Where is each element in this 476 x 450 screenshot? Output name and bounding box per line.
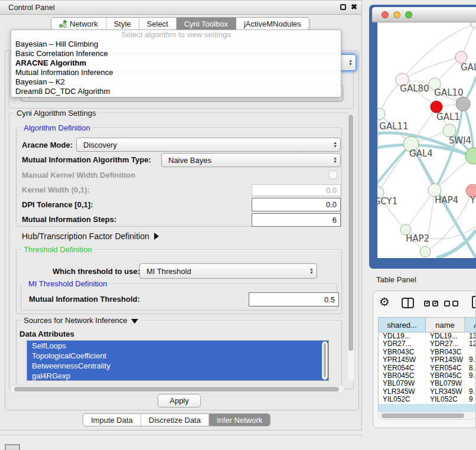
data-attributes-label: Data Attributes: [19, 330, 74, 338]
table-cell: YDR27...: [379, 340, 426, 348]
table-row[interactable]: YER054CYER054C8.: [379, 364, 476, 372]
threshold-definition-title: Threshold Definition: [21, 245, 94, 254]
attribute-item-selfloops[interactable]: SelfLoops: [27, 341, 328, 351]
aracne-mode-combobox[interactable]: Discovery ▲▼: [76, 138, 341, 152]
apply-button[interactable]: Apply: [158, 394, 201, 407]
table-row[interactable]: YBR045CYBR045C9.: [379, 372, 476, 380]
mi-steps-field[interactable]: 6: [252, 213, 341, 227]
attribute-item-gal4rgexp[interactable]: gal4RGexp: [27, 371, 328, 381]
close-traffic-light[interactable]: [382, 11, 389, 18]
mi-type-value: Naive Bayes: [168, 156, 211, 165]
network-node[interactable]: [456, 97, 470, 111]
mi-type-combobox[interactable]: Naive Bayes ▲▼: [161, 153, 341, 167]
table-horizontal-scrollbar[interactable]: [378, 412, 476, 420]
new-table-icon[interactable]: [472, 296, 476, 308]
attribute-list-scrollbar[interactable]: [322, 341, 328, 380]
mi-steps-label: Mutual Information Steps:: [22, 215, 116, 224]
node-label-hap2: HAP2: [406, 233, 429, 244]
node-label-gal1: GAL1: [436, 112, 460, 122]
tab-impute-data[interactable]: Impute Data: [83, 414, 141, 426]
table-row[interactable]: YPR145WYPR145W9.: [379, 356, 476, 364]
mi-threshold-value: 0.5: [324, 295, 335, 304]
tab-style[interactable]: Style: [106, 18, 139, 30]
columns-icon[interactable]: [402, 298, 414, 308]
network-edge[interactable]: [402, 57, 461, 80]
network-node[interactable]: [471, 22, 476, 28]
manual-kernel-checkbox[interactable]: [329, 171, 337, 179]
cyni-algorithm-settings-title: Cyni Algorithm Settings: [14, 109, 98, 118]
mi-type-label: Mutual Information Algorithm Type:: [22, 155, 151, 164]
close-panel-button[interactable]: ✖: [351, 2, 357, 11]
algorithm-option-basic-correlation-inference[interactable]: Basic Correlation Inference: [11, 49, 341, 58]
node-label-gal7: GAL7: [461, 62, 476, 73]
tab-infer-network[interactable]: Infer Network: [209, 414, 270, 426]
zoom-traffic-light[interactable]: [405, 11, 412, 18]
column-header-a[interactable]: A: [465, 318, 476, 332]
table-row[interactable]: YBR043CYBR043C: [379, 348, 476, 356]
algorithm-option-mutual-information-inference[interactable]: Mutual Information Inference: [11, 68, 341, 77]
table-cell: 9.: [465, 388, 476, 396]
table-cell: YIL052C: [426, 396, 465, 403]
table-cell: [465, 380, 476, 387]
tab-label: Infer Network: [217, 416, 262, 425]
node-label-gcy1: GCY1: [377, 196, 397, 207]
kernel-width-value: 0.0: [326, 186, 337, 195]
table-cell: YBR045C: [379, 372, 426, 380]
hub-definition-expander[interactable]: Hub/Transcription Factor Definition: [22, 231, 159, 241]
network-node[interactable]: [420, 246, 431, 257]
mi-threshold-field[interactable]: 0.5: [249, 292, 339, 306]
network-icon: [59, 20, 67, 28]
aracne-mode-label: Aracne Mode:: [22, 141, 73, 149]
table-cell: YPR145W: [426, 356, 465, 364]
table-row[interactable]: YDR27...YDR27...12: [379, 340, 476, 348]
data-attributes-list[interactable]: SelfLoopsTopologicalCoefficientBetweenne…: [27, 340, 329, 381]
settings-vertical-scrollbar[interactable]: [347, 112, 355, 382]
table-cell: YER054C: [426, 364, 465, 372]
tab-discretize-data[interactable]: Discretize Data: [141, 414, 209, 426]
algorithm-option-aracne-algorithm[interactable]: ARACNE Algorithm: [11, 58, 341, 68]
gear-icon[interactable]: ⚙: [379, 295, 390, 309]
attribute-item-topologicalcoefficient[interactable]: TopologicalCoefficient: [27, 351, 328, 361]
tab-jactivemnodules[interactable]: jActiveMNodules: [236, 18, 309, 30]
sources-group-title[interactable]: Sources for Network Inference: [21, 316, 141, 325]
network-window-titlebar[interactable]: [372, 7, 476, 22]
tab-network[interactable]: Network: [51, 18, 106, 30]
kernel-width-field[interactable]: 0.0: [252, 184, 341, 196]
which-threshold-combobox[interactable]: MI Threshold ▲▼: [139, 263, 317, 279]
table-cell: 12: [465, 340, 476, 348]
kernel-width-label: Kernel Width (0,1):: [22, 185, 90, 194]
minimize-traffic-light[interactable]: [393, 11, 400, 18]
network-node[interactable]: [431, 101, 442, 113]
tab-select[interactable]: Select: [139, 18, 177, 30]
hide-columns-icon[interactable]: [444, 301, 458, 306]
network-canvas[interactable]: GAL7GAL80GAL10GAL1GAL11SWI4GAL4GCY1HAP4Y…: [377, 22, 476, 258]
column-header-shared[interactable]: shared...: [379, 318, 426, 332]
settings-horizontal-scrollbar[interactable]: [10, 385, 344, 393]
table-cell: 9.: [465, 356, 476, 364]
table-cell: 9: [465, 396, 476, 403]
float-window-button[interactable]: [340, 4, 346, 10]
table-row[interactable]: YDL19...YDL19...13: [379, 332, 476, 340]
network-edge[interactable]: [378, 144, 411, 193]
column-header-name[interactable]: name: [426, 318, 465, 332]
show-columns-icon[interactable]: [424, 301, 438, 306]
table-row[interactable]: YIL052CYIL052C9: [379, 396, 476, 403]
tab-label: Network: [70, 19, 98, 28]
node-table[interactable]: shared...nameAYDL19...YDL19...13YDR27...…: [378, 317, 476, 412]
tab-label: Cyni Toolbox: [184, 19, 228, 28]
combo-stepper-icon: ▲▼: [348, 55, 353, 70]
attribute-item-betweennesscentrality[interactable]: BetweennessCentrality: [27, 361, 328, 371]
table-cell: 13: [465, 332, 476, 340]
table-row-partial-selected[interactable]: [379, 404, 476, 412]
tab-cyni-toolbox[interactable]: Cyni Toolbox: [177, 18, 236, 30]
control-panel-title: Control Panel: [8, 3, 55, 12]
node-label-swi4: SWI4: [449, 135, 471, 146]
network-edge[interactable]: [436, 230, 476, 258]
algorithm-option-dream8-dc-tdc-algorithm[interactable]: Dream8 DC_TDC Algorithm: [11, 87, 341, 96]
table-row[interactable]: YBL079WYBL079W: [379, 380, 476, 387]
algorithm-option-bayesian-hill-climbing[interactable]: Bayesian – Hill Climbing: [11, 40, 341, 49]
network-node[interactable]: [455, 51, 467, 63]
algorithm-option-bayesian-k2[interactable]: Bayesian – K2: [11, 77, 341, 87]
dpi-tolerance-field[interactable]: 0.0: [252, 198, 341, 211]
table-row[interactable]: YLR345WYLR345W9.: [379, 388, 476, 396]
